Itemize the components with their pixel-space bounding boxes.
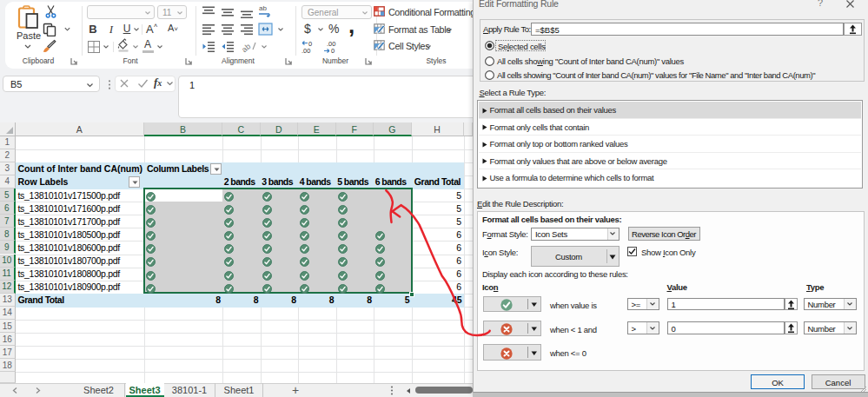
svg-text:.00: .00 bbox=[301, 47, 310, 54]
svg-text:0: 0 bbox=[331, 47, 335, 54]
svg-text:ab: ab bbox=[242, 42, 252, 54]
svg-text:ab: ab bbox=[259, 4, 267, 12]
